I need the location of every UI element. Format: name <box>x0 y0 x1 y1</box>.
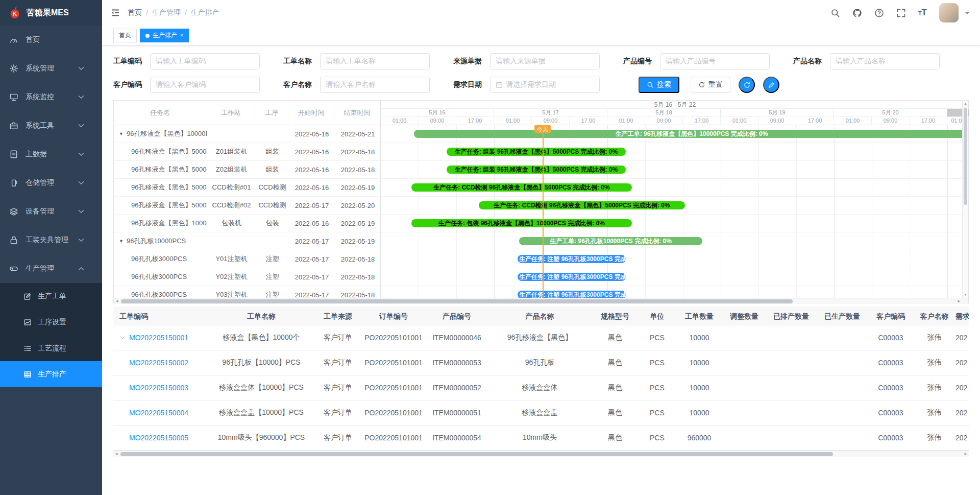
gantt-bar-task[interactable]: 生产任务: CCD检测 96孔移液盒【黑色】5000PCS 完成比例: 0% <box>479 201 685 209</box>
gantt-bar-selected[interactable]: 生产任务: 注塑 96孔孔板3000PCS 完成比例: 0% <box>518 255 626 263</box>
edit-round-button[interactable] <box>763 77 779 93</box>
tab-active[interactable]: 生产排产× <box>140 29 189 42</box>
breadcrumb-item[interactable]: 首页 <box>128 8 142 17</box>
gantt-end-date: 2022-05-18 <box>335 161 381 178</box>
scroll-left-icon[interactable]: ◄ <box>114 298 120 304</box>
text-input[interactable]: 请输入来源单据 <box>490 53 600 69</box>
gantt-row[interactable]: 96孔移液盒【黑色】5000PCSCCD检测#02CCD检测2022-05-17… <box>114 197 968 215</box>
work-order-link[interactable]: MO202205150002 <box>129 359 188 367</box>
sidebar-item[interactable]: 工装夹具管理 <box>0 226 102 254</box>
orders-cell: ITEM00000054 <box>426 426 487 450</box>
gantt-row[interactable]: 96孔移液盒【黑色】5000PCSZ01组装机组装2022-05-162022-… <box>114 143 968 161</box>
orders-cell: 张伟 <box>913 426 955 450</box>
sidebar-item[interactable]: 首页 <box>0 26 102 54</box>
tab-item[interactable]: 首页 <box>113 29 137 42</box>
github-icon[interactable] <box>852 8 862 18</box>
text-input[interactable]: 请输入工单名称 <box>320 53 430 69</box>
gantt-row[interactable]: 96孔移液盒【黑色】5000PCSZ02组装机组装2022-05-162022-… <box>114 161 968 179</box>
caret-down-icon[interactable]: ▼ <box>119 131 124 136</box>
work-order-link[interactable]: MO202205150001 <box>129 334 188 342</box>
text-input[interactable]: 请输入客户名称 <box>320 77 430 93</box>
orders-row[interactable]: MO20220515000510mm吸头【960000】PCS客户订单PO202… <box>113 426 969 451</box>
work-order-link[interactable]: MO202205150004 <box>129 409 188 417</box>
scroll-thumb[interactable] <box>964 108 967 205</box>
sidebar-item[interactable]: 仓储管理 <box>0 169 102 197</box>
sidebar-item[interactable]: 生产管理 <box>0 254 102 283</box>
gantt-bar-task[interactable]: 生产任务: CCD检测 96孔移液盒【黑色】5000PCS 完成比例: 0% <box>411 183 632 192</box>
sidebar-subitem[interactable]: 工艺流程 <box>0 335 102 361</box>
gantt-bar-order[interactable]: 生产工单: 96孔孔板10000PCS 完成比例: 0% <box>519 237 702 245</box>
orders-hscrollbar[interactable]: ◄► <box>113 451 969 457</box>
work-order-link[interactable]: MO202205150005 <box>129 434 188 442</box>
gantt-hscrollbar[interactable]: ◄► <box>114 298 968 304</box>
scroll-thumb[interactable] <box>121 299 793 303</box>
gantt-bar-order[interactable]: 生产工单: 96孔移液盒【黑色】10000PCS 完成比例: 0% <box>414 130 968 138</box>
gantt-row[interactable]: ▼96孔孔板10000PCS2022-05-172022-05-19生产工单: … <box>114 232 968 250</box>
scroll-down-icon[interactable]: ▼ <box>963 292 968 298</box>
orders-row[interactable]: MO20220515000296孔孔板【10000】PCS客户订单PO20220… <box>113 350 969 375</box>
scroll-thumb[interactable] <box>120 452 833 456</box>
fontsize-icon[interactable]: TT <box>918 8 927 18</box>
gantt-workstation: CCD检测#02 <box>207 197 256 214</box>
gantt-row[interactable]: 96孔移液盒【黑色】10000PCS包装机包装2022-05-162022-05… <box>114 215 968 232</box>
scroll-right-icon[interactable]: ► <box>963 451 969 457</box>
close-icon[interactable]: × <box>180 33 183 38</box>
orders-cell <box>766 375 816 400</box>
gantt-hour-label: 09:00 <box>419 117 456 125</box>
orders-cell: 202 <box>955 350 969 375</box>
gantt-row[interactable]: 96孔孔板3000PCSY01注塑机注塑2022-05-172022-05-18… <box>114 250 968 268</box>
orders-row[interactable]: MO202205150003移液盒盒体【10000】PCS客户订单PO20220… <box>113 375 969 400</box>
grid-icon <box>23 370 32 379</box>
gantt-vscrollbar[interactable]: ▲▼ <box>962 101 968 298</box>
refresh-round-button[interactable] <box>739 77 755 93</box>
sidebar-item[interactable]: 系统管理 <box>0 54 102 83</box>
text-input[interactable]: 请输入产品名称 <box>830 53 940 69</box>
calendar-icon <box>496 81 503 88</box>
gantt-hour-label: 09:00 <box>872 117 910 125</box>
reset-button[interactable]: 重置 <box>691 77 730 93</box>
gantt-row[interactable]: 96孔移液盒【黑色】5000PCSCCD检测#01CCD检测2022-05-16… <box>114 179 968 197</box>
question-icon[interactable] <box>874 8 884 18</box>
sidebar-subitem-label: 工艺流程 <box>38 344 66 353</box>
fullscreen-icon[interactable] <box>896 8 906 18</box>
date-input[interactable]: 请选择需求日期 <box>490 77 600 93</box>
orders-cell: PO202205101001 <box>361 350 426 375</box>
work-order-link[interactable]: MO202205150003 <box>129 384 188 392</box>
gantt-range-label: 5月 16 - 5月 22 <box>381 101 969 109</box>
chevron-down-icon[interactable] <box>965 12 970 17</box>
filter-area: 工单编码请输入工单编码工单名称请输入工单名称来源单据请输入来源单据产品编号请输入… <box>113 53 969 93</box>
gantt-bar-selected[interactable]: 生产任务: 注塑 96孔孔板3000PCS 完成比例: 0% <box>518 291 626 298</box>
sidebar-subitem[interactable]: 工序设置 <box>0 309 102 335</box>
search-button[interactable]: 搜索 <box>639 77 679 93</box>
text-input[interactable]: 请输入客户编码 <box>150 77 260 93</box>
text-input[interactable]: 请输入产品编号 <box>660 53 770 69</box>
orders-row[interactable]: MO202205150004移液盒盒盖【10000】PCS客户订单PO20220… <box>113 400 969 426</box>
gantt-row[interactable]: 96孔孔板3000PCSY02注塑机注塑2022-05-172022-05-18… <box>114 268 968 286</box>
sidebar-item[interactable]: 系统监控 <box>0 83 102 111</box>
gantt-bar-task[interactable]: 生产任务: 组装 96孔移液盒【黑色】5000PCS 完成比例: 0% <box>447 148 626 156</box>
breadcrumb-item[interactable]: 生产管理 <box>152 8 181 17</box>
gantt-bar-selected[interactable]: 生产任务: 注塑 96孔孔板3000PCS 完成比例: 0% <box>518 273 626 281</box>
gantt-bar-task[interactable]: 生产任务: 组装 96孔移液盒【黑色】5000PCS 完成比例: 0% <box>447 166 626 174</box>
sidebar-item[interactable]: 系统工具 <box>0 111 102 140</box>
sidebar-item[interactable]: 主数据 <box>0 140 102 169</box>
sidebar-subitem-active[interactable]: 生产排产 <box>0 361 102 387</box>
breadcrumb-item[interactable]: 生产排产 <box>191 8 219 17</box>
expand-chevron-icon[interactable] <box>119 335 126 341</box>
scroll-up-icon[interactable]: ▲ <box>963 101 968 107</box>
text-input[interactable]: 请输入工单编码 <box>150 53 260 69</box>
gantt-row[interactable]: 96孔孔板3000PCSY03注塑机注塑2022-05-172022-05-18… <box>114 286 968 298</box>
scroll-right-icon[interactable]: ► <box>956 298 962 304</box>
user-avatar[interactable] <box>939 3 959 22</box>
caret-down-icon[interactable]: ▼ <box>119 239 124 244</box>
gantt-bar-task[interactable]: 生产任务: 包装 96孔移液盒【黑色】10000PCS 完成比例: 0% <box>411 219 632 227</box>
sidebar-collapse-icon[interactable] <box>110 8 120 18</box>
scroll-left-icon[interactable]: ◄ <box>113 451 119 457</box>
breadcrumb: 首页/生产管理/生产排产 <box>128 8 219 17</box>
search-icon[interactable] <box>830 8 840 18</box>
input-placeholder: 请选择需求日期 <box>506 80 556 89</box>
sidebar-item[interactable]: 设备管理 <box>0 197 102 226</box>
orders-cell: PO202205101001 <box>361 400 426 425</box>
sidebar-subitem[interactable]: 生产工单 <box>0 283 102 309</box>
orders-row[interactable]: MO202205150001移液盒【黑色】10000个客户订单PO2022051… <box>113 325 969 350</box>
